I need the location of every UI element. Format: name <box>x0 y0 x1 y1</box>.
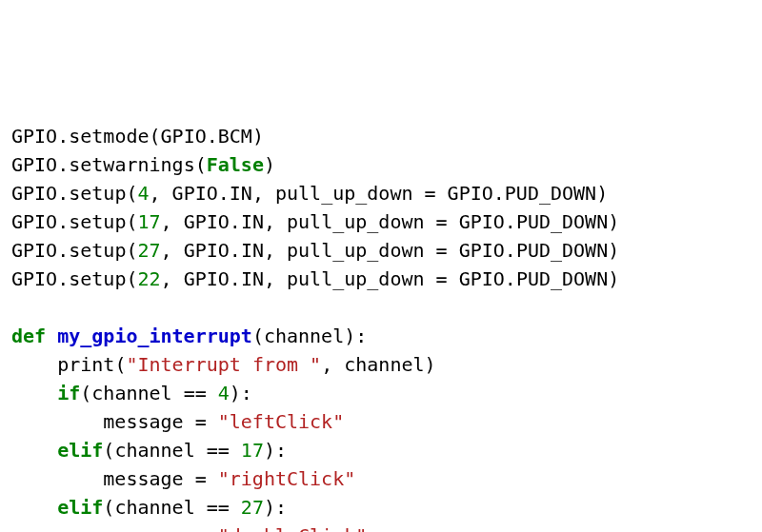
line-3: GPIO.setup(4, GPIO.IN, pull_up_down = GP… <box>11 182 608 205</box>
line-1: GPIO.setmode(GPIO.BCM) <box>11 125 264 148</box>
line-6: GPIO.setup(22, GPIO.IN, pull_up_down = G… <box>11 267 619 290</box>
line-13-assign: message = "rightClick" <box>11 467 355 490</box>
line-11-assign: message = "leftClick" <box>11 410 344 433</box>
code-block: GPIO.setmode(GPIO.BCM) GPIO.setwarnings(… <box>11 122 751 532</box>
line-14-elif: elif(channel == 27): <box>11 496 287 519</box>
line-12-elif: elif(channel == 17): <box>11 439 287 462</box>
line-10-if: if(channel == 4): <box>11 382 252 404</box>
line-9-print: print("Interrupt from ", channel) <box>11 353 436 376</box>
line-2: GPIO.setwarnings(False) <box>11 153 275 176</box>
line-15-assign: message = "doubleClick" <box>11 524 367 532</box>
line-5: GPIO.setup(27, GPIO.IN, pull_up_down = G… <box>11 239 619 262</box>
line-8-def: def my_gpio_interrupt(channel): <box>11 325 367 347</box>
line-4: GPIO.setup(17, GPIO.IN, pull_up_down = G… <box>11 210 619 233</box>
